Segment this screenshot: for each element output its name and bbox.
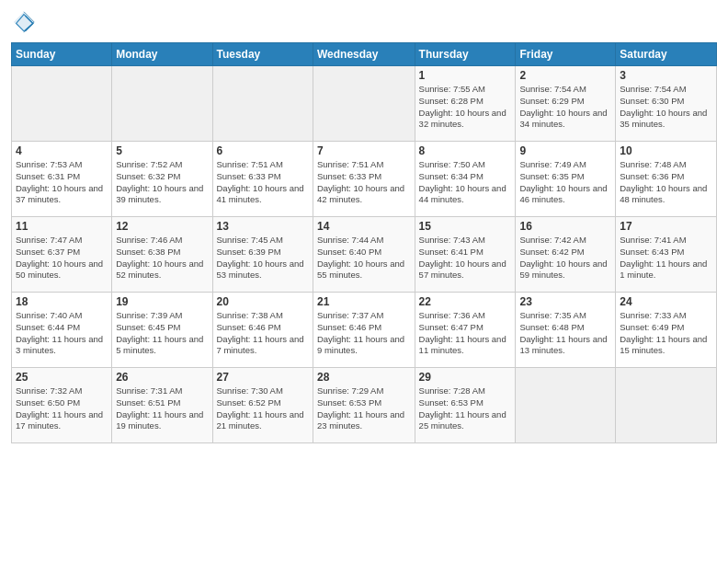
calendar-cell: 17Sunrise: 7:41 AM Sunset: 6:43 PM Dayli… bbox=[616, 217, 717, 293]
calendar-cell: 9Sunrise: 7:49 AM Sunset: 6:35 PM Daylig… bbox=[516, 142, 616, 217]
calendar-week: 1Sunrise: 7:55 AM Sunset: 6:28 PM Daylig… bbox=[12, 66, 717, 142]
weekday-header: Saturday bbox=[616, 43, 717, 66]
day-number: 27 bbox=[217, 371, 309, 384]
day-info: Sunrise: 7:46 AM Sunset: 6:38 PM Dayligh… bbox=[116, 235, 208, 282]
calendar-cell: 6Sunrise: 7:51 AM Sunset: 6:33 PM Daylig… bbox=[212, 142, 313, 217]
day-number: 26 bbox=[116, 371, 208, 384]
day-info: Sunrise: 7:41 AM Sunset: 6:43 PM Dayligh… bbox=[620, 235, 712, 282]
day-info: Sunrise: 7:32 AM Sunset: 6:50 PM Dayligh… bbox=[16, 385, 108, 432]
day-info: Sunrise: 7:42 AM Sunset: 6:42 PM Dayligh… bbox=[519, 235, 611, 282]
calendar-cell: 20Sunrise: 7:38 AM Sunset: 6:46 PM Dayli… bbox=[212, 293, 313, 368]
weekday-header: Friday bbox=[516, 43, 616, 66]
day-number: 7 bbox=[317, 144, 411, 157]
weekday-header: Monday bbox=[112, 43, 212, 66]
calendar-cell: 29Sunrise: 7:28 AM Sunset: 6:53 PM Dayli… bbox=[415, 368, 516, 443]
day-number: 19 bbox=[116, 295, 208, 308]
day-info: Sunrise: 7:51 AM Sunset: 6:33 PM Dayligh… bbox=[317, 159, 411, 206]
day-number: 17 bbox=[620, 220, 712, 233]
day-number: 10 bbox=[620, 144, 712, 157]
day-number: 28 bbox=[317, 371, 411, 384]
day-number: 15 bbox=[419, 220, 512, 233]
day-info: Sunrise: 7:38 AM Sunset: 6:46 PM Dayligh… bbox=[217, 310, 309, 357]
calendar-cell: 10Sunrise: 7:48 AM Sunset: 6:36 PM Dayli… bbox=[616, 142, 717, 217]
day-info: Sunrise: 7:55 AM Sunset: 6:28 PM Dayligh… bbox=[419, 84, 512, 131]
calendar-cell: 15Sunrise: 7:43 AM Sunset: 6:41 PM Dayli… bbox=[415, 217, 516, 293]
day-info: Sunrise: 7:29 AM Sunset: 6:53 PM Dayligh… bbox=[317, 385, 411, 432]
day-number: 6 bbox=[217, 144, 309, 157]
calendar-cell: 8Sunrise: 7:50 AM Sunset: 6:34 PM Daylig… bbox=[415, 142, 516, 217]
day-info: Sunrise: 7:40 AM Sunset: 6:44 PM Dayligh… bbox=[16, 310, 108, 357]
day-info: Sunrise: 7:48 AM Sunset: 6:36 PM Dayligh… bbox=[620, 159, 712, 206]
calendar-cell: 18Sunrise: 7:40 AM Sunset: 6:44 PM Dayli… bbox=[12, 293, 112, 368]
day-number: 1 bbox=[419, 69, 512, 82]
day-info: Sunrise: 7:50 AM Sunset: 6:34 PM Dayligh… bbox=[419, 159, 512, 206]
calendar-table: SundayMondayTuesdayWednesdayThursdayFrid… bbox=[11, 42, 717, 443]
calendar-cell: 12Sunrise: 7:46 AM Sunset: 6:38 PM Dayli… bbox=[112, 217, 212, 293]
weekday-row: SundayMondayTuesdayWednesdayThursdayFrid… bbox=[12, 43, 717, 66]
day-info: Sunrise: 7:43 AM Sunset: 6:41 PM Dayligh… bbox=[419, 235, 512, 282]
calendar-cell: 7Sunrise: 7:51 AM Sunset: 6:33 PM Daylig… bbox=[313, 142, 415, 217]
calendar-cell bbox=[112, 66, 212, 142]
calendar-cell: 5Sunrise: 7:52 AM Sunset: 6:32 PM Daylig… bbox=[112, 142, 212, 217]
day-number: 9 bbox=[519, 144, 611, 157]
calendar-cell bbox=[516, 368, 616, 443]
calendar-cell bbox=[12, 66, 112, 142]
calendar-week: 18Sunrise: 7:40 AM Sunset: 6:44 PM Dayli… bbox=[12, 293, 717, 368]
day-info: Sunrise: 7:54 AM Sunset: 6:30 PM Dayligh… bbox=[620, 84, 712, 131]
day-info: Sunrise: 7:45 AM Sunset: 6:39 PM Dayligh… bbox=[217, 235, 309, 282]
calendar-cell: 3Sunrise: 7:54 AM Sunset: 6:30 PM Daylig… bbox=[616, 66, 717, 142]
day-info: Sunrise: 7:35 AM Sunset: 6:48 PM Dayligh… bbox=[519, 310, 611, 357]
day-info: Sunrise: 7:52 AM Sunset: 6:32 PM Dayligh… bbox=[116, 159, 208, 206]
page-container: SundayMondayTuesdayWednesdayThursdayFrid… bbox=[0, 0, 728, 451]
day-number: 25 bbox=[16, 371, 108, 384]
day-number: 24 bbox=[620, 295, 712, 308]
day-info: Sunrise: 7:51 AM Sunset: 6:33 PM Dayligh… bbox=[217, 159, 309, 206]
calendar-header: SundayMondayTuesdayWednesdayThursdayFrid… bbox=[12, 43, 717, 66]
day-info: Sunrise: 7:30 AM Sunset: 6:52 PM Dayligh… bbox=[217, 385, 309, 432]
day-number: 8 bbox=[419, 144, 512, 157]
day-number: 4 bbox=[16, 144, 108, 157]
calendar-cell bbox=[616, 368, 717, 443]
calendar-cell: 28Sunrise: 7:29 AM Sunset: 6:53 PM Dayli… bbox=[313, 368, 415, 443]
day-info: Sunrise: 7:37 AM Sunset: 6:46 PM Dayligh… bbox=[317, 310, 411, 357]
day-number: 2 bbox=[519, 69, 611, 82]
calendar-cell: 2Sunrise: 7:54 AM Sunset: 6:29 PM Daylig… bbox=[516, 66, 616, 142]
calendar-cell: 22Sunrise: 7:36 AM Sunset: 6:47 PM Dayli… bbox=[415, 293, 516, 368]
day-info: Sunrise: 7:49 AM Sunset: 6:35 PM Dayligh… bbox=[519, 159, 611, 206]
calendar-cell: 19Sunrise: 7:39 AM Sunset: 6:45 PM Dayli… bbox=[112, 293, 212, 368]
day-number: 12 bbox=[116, 220, 208, 233]
day-number: 13 bbox=[217, 220, 309, 233]
calendar-cell: 21Sunrise: 7:37 AM Sunset: 6:46 PM Dayli… bbox=[313, 293, 415, 368]
day-info: Sunrise: 7:47 AM Sunset: 6:37 PM Dayligh… bbox=[16, 235, 108, 282]
day-number: 11 bbox=[16, 220, 108, 233]
day-number: 3 bbox=[620, 69, 712, 82]
day-number: 29 bbox=[419, 371, 512, 384]
calendar-cell: 27Sunrise: 7:30 AM Sunset: 6:52 PM Dayli… bbox=[212, 368, 313, 443]
day-info: Sunrise: 7:54 AM Sunset: 6:29 PM Dayligh… bbox=[519, 84, 611, 131]
logo bbox=[11, 9, 40, 35]
day-number: 14 bbox=[317, 220, 411, 233]
day-info: Sunrise: 7:44 AM Sunset: 6:40 PM Dayligh… bbox=[317, 235, 411, 282]
page-header bbox=[11, 9, 717, 35]
day-info: Sunrise: 7:28 AM Sunset: 6:53 PM Dayligh… bbox=[419, 385, 512, 432]
calendar-cell: 24Sunrise: 7:33 AM Sunset: 6:49 PM Dayli… bbox=[616, 293, 717, 368]
calendar-cell bbox=[313, 66, 415, 142]
day-info: Sunrise: 7:39 AM Sunset: 6:45 PM Dayligh… bbox=[116, 310, 208, 357]
weekday-header: Wednesday bbox=[313, 43, 415, 66]
day-info: Sunrise: 7:36 AM Sunset: 6:47 PM Dayligh… bbox=[419, 310, 512, 357]
day-number: 23 bbox=[519, 295, 611, 308]
day-number: 18 bbox=[16, 295, 108, 308]
calendar-cell: 14Sunrise: 7:44 AM Sunset: 6:40 PM Dayli… bbox=[313, 217, 415, 293]
calendar-cell: 16Sunrise: 7:42 AM Sunset: 6:42 PM Dayli… bbox=[516, 217, 616, 293]
calendar-cell: 25Sunrise: 7:32 AM Sunset: 6:50 PM Dayli… bbox=[12, 368, 112, 443]
calendar-body: 1Sunrise: 7:55 AM Sunset: 6:28 PM Daylig… bbox=[12, 66, 717, 443]
calendar-cell bbox=[212, 66, 313, 142]
weekday-header: Tuesday bbox=[212, 43, 313, 66]
day-info: Sunrise: 7:31 AM Sunset: 6:51 PM Dayligh… bbox=[116, 385, 208, 432]
day-info: Sunrise: 7:53 AM Sunset: 6:31 PM Dayligh… bbox=[16, 159, 108, 206]
calendar-cell: 4Sunrise: 7:53 AM Sunset: 6:31 PM Daylig… bbox=[12, 142, 112, 217]
day-info: Sunrise: 7:33 AM Sunset: 6:49 PM Dayligh… bbox=[620, 310, 712, 357]
calendar-cell: 1Sunrise: 7:55 AM Sunset: 6:28 PM Daylig… bbox=[415, 66, 516, 142]
calendar-week: 25Sunrise: 7:32 AM Sunset: 6:50 PM Dayli… bbox=[12, 368, 717, 443]
calendar-cell: 26Sunrise: 7:31 AM Sunset: 6:51 PM Dayli… bbox=[112, 368, 212, 443]
